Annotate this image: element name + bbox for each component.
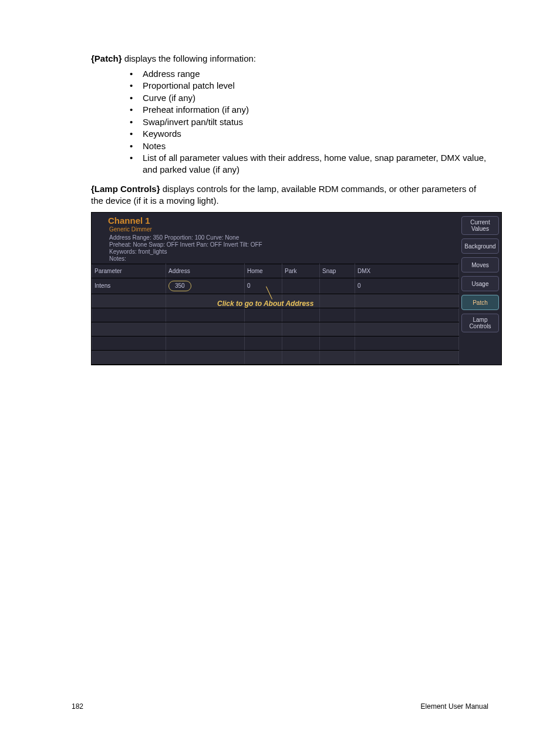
lamp-label: {Lamp Controls} (91, 184, 160, 194)
table-row: Intens 350 0 0 (92, 278, 459, 294)
bullet-item: Proportional patch level (126, 80, 488, 92)
patch-bullet-list: Address range Proportional patch level C… (91, 68, 488, 176)
cell-park (282, 278, 320, 294)
meta-line: Notes: (109, 255, 441, 263)
bullet-item: Notes (126, 140, 488, 152)
col-parameter: Parameter (92, 264, 166, 278)
col-snap: Snap (320, 264, 355, 278)
cell-parameter: Intens (92, 278, 166, 294)
bullet-item: Swap/invert pan/tilt status (126, 116, 488, 128)
meta-line: Keywords: front_lights (109, 248, 441, 255)
table-row (92, 336, 459, 350)
tab-patch[interactable]: Patch (461, 295, 499, 310)
col-address: Address (166, 264, 245, 278)
callout-text: Click to go to About Address (217, 300, 313, 309)
tab-current-values[interactable]: Current Values (461, 216, 499, 235)
col-dmx: DMX (355, 264, 459, 278)
page-footer: 182 Element User Manual (72, 702, 488, 712)
patch-rest: displays the following information: (122, 53, 256, 63)
main-panel: Channel 1 Generic Dimmer Address Range: … (92, 213, 459, 365)
bullet-item: List of all parameter values with their … (126, 152, 488, 175)
table-row (92, 308, 459, 322)
meta-line: Preheat: None Swap: OFF Invert Pan: OFF … (109, 241, 441, 248)
patch-label: {Patch} (91, 53, 122, 63)
channel-subtitle: Generic Dimmer (108, 226, 443, 233)
tab-usage[interactable]: Usage (461, 276, 499, 291)
address-link[interactable]: 350 (168, 281, 191, 291)
table-row (92, 350, 459, 364)
cell-dmx: 0 (355, 278, 459, 294)
cell-address[interactable]: 350 (166, 278, 245, 294)
tab-background[interactable]: Background (461, 238, 499, 254)
manual-title: Element User Manual (421, 702, 488, 712)
about-channel-window: Channel 1 Generic Dimmer Address Range: … (91, 212, 502, 365)
side-tabs: Current Values Background Moves Usage Pa… (459, 213, 501, 365)
tab-lamp-controls[interactable]: Lamp Controls (461, 314, 499, 332)
bullet-item: Curve (if any) (126, 92, 488, 104)
tab-moves[interactable]: Moves (461, 257, 499, 272)
page-number: 182 (72, 702, 83, 712)
patch-intro: {Patch} displays the following informati… (91, 53, 488, 65)
channel-header: Channel 1 Generic Dimmer Address Range: … (92, 213, 459, 264)
cell-home: 0 (245, 278, 282, 294)
lamp-intro: {Lamp Controls} displays controls for th… (91, 183, 488, 206)
table-header-row: Parameter Address Home Park Snap DMX (92, 264, 459, 278)
parameter-table: Parameter Address Home Park Snap DMX Int… (92, 264, 459, 365)
cell-snap (320, 278, 355, 294)
bullet-item: Keywords (126, 128, 488, 140)
channel-meta: Address Range: 350 Proportion: 100 Curve… (108, 234, 443, 263)
bullet-item: Preheat information (if any) (126, 104, 488, 116)
col-home: Home (245, 264, 282, 278)
meta-line: Address Range: 350 Proportion: 100 Curve… (109, 234, 441, 241)
col-park: Park (282, 264, 320, 278)
bullet-item: Address range (126, 68, 488, 80)
table-row (92, 322, 459, 336)
